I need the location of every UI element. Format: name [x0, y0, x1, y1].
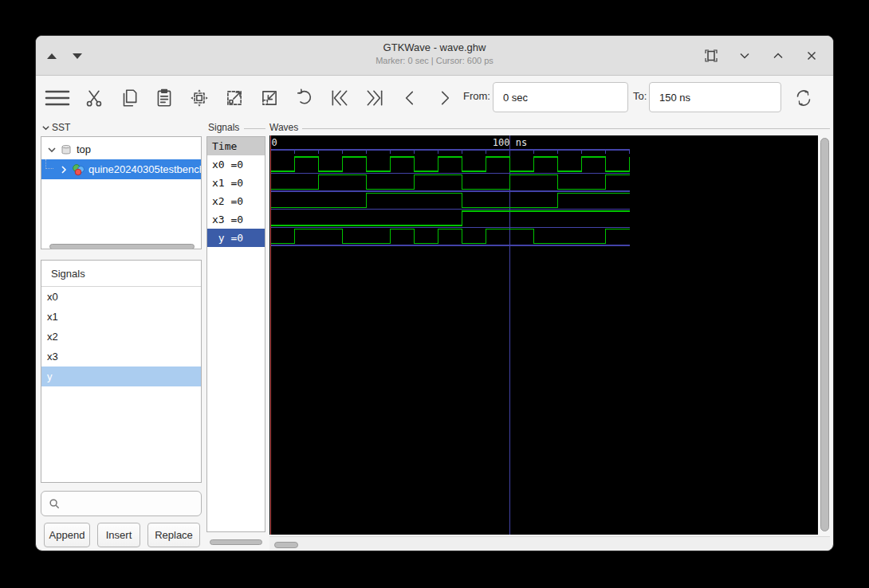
- fullscreen-button[interactable]: [702, 47, 720, 65]
- titlebar[interactable]: GTKWave - wave.ghw Marker: 0 sec | Curso…: [36, 36, 833, 76]
- hamburger-icon: [44, 88, 71, 108]
- waves-hscrollbar[interactable]: [274, 542, 298, 548]
- waveform-x2: [271, 193, 630, 207]
- undo-button[interactable]: [293, 87, 316, 109]
- copy-icon: [119, 88, 140, 108]
- chevron-right-icon: [434, 88, 455, 108]
- chevron-left-icon: [399, 88, 420, 108]
- ruler-label-0: 0: [272, 137, 277, 148]
- tree-label-testbench: quine20240305testbench: [88, 163, 201, 175]
- zoom-in-full-button[interactable]: [258, 87, 281, 109]
- waves-vscrollbar[interactable]: [820, 138, 829, 531]
- sst-frame-label: SST: [41, 122, 70, 133]
- waves-frame-label: Waves: [269, 122, 298, 133]
- minimize-button[interactable]: [736, 47, 753, 65]
- chevron-up-icon: [771, 49, 785, 63]
- signal-value-row[interactable]: x3 =0: [207, 210, 265, 229]
- values-frame-line: [244, 128, 265, 129]
- scope-cylinder-icon: [60, 143, 73, 156]
- signal-value-row[interactable]: y =0: [207, 229, 265, 247]
- tree-row-testbench[interactable]: quine20240305testbench: [41, 159, 201, 179]
- signal-list-item-x1[interactable]: x1: [41, 307, 201, 327]
- waveform-x3: [271, 211, 630, 225]
- signal-values-panel[interactable]: Time x0 =0x1 =0x2 =0x3 =0 y =0: [206, 136, 265, 532]
- waveform-x0: [271, 157, 630, 171]
- zoom-fit-icon: [189, 88, 210, 108]
- zoom-out-arrow-icon: [224, 88, 245, 108]
- toolbar: From: To:: [36, 76, 833, 119]
- signal-value-row[interactable]: x1 =0: [207, 174, 265, 192]
- search-input[interactable]: [41, 491, 202, 516]
- insert-button[interactable]: Insert: [97, 523, 140, 547]
- undo-icon: [294, 88, 315, 108]
- waves-frame-line: [302, 128, 830, 129]
- wave-canvas[interactable]: 0100 ns: [269, 135, 818, 535]
- expander-open-icon[interactable]: [46, 144, 57, 155]
- signal-list-item-x3[interactable]: x3: [41, 347, 201, 367]
- signal-value-rows: x0 =0x1 =0x2 =0x3 =0 y =0: [207, 155, 265, 247]
- menu-button[interactable]: [43, 87, 72, 109]
- expander-closed-icon[interactable]: [58, 164, 69, 175]
- module-icon: [72, 163, 85, 176]
- skip-to-start-icon: [329, 88, 350, 108]
- signal-list: x0x1x2x3y: [41, 287, 201, 386]
- signal-value-row[interactable]: x2 =0: [207, 192, 265, 210]
- signal-list-header: Signals: [41, 261, 201, 287]
- sst-tree-panel[interactable]: top quine20240305testbench: [41, 136, 202, 249]
- signal-value-row[interactable]: x0 =0: [207, 155, 265, 174]
- chevron-down-icon: [737, 49, 752, 63]
- to-label: To:: [633, 90, 647, 102]
- sst-expander-icon[interactable]: [41, 123, 50, 132]
- move-left-button[interactable]: [399, 87, 421, 109]
- time-header: Time: [207, 137, 265, 155]
- zoom-fit-button[interactable]: [188, 87, 210, 109]
- signal-list-item-x0[interactable]: x0: [41, 287, 201, 307]
- from-label: From:: [463, 90, 490, 102]
- paste-button[interactable]: [153, 87, 175, 109]
- move-right-button[interactable]: [434, 87, 456, 109]
- reload-icon: [793, 88, 814, 108]
- append-button[interactable]: Append: [44, 523, 90, 547]
- ruler-label-100: 100 ns: [493, 137, 527, 148]
- zoom-out-full-button[interactable]: [223, 87, 246, 109]
- skip-to-end-icon: [364, 88, 385, 108]
- tree-row-top[interactable]: top: [41, 139, 201, 159]
- copy-button[interactable]: [118, 87, 140, 109]
- go-to-end-button[interactable]: [364, 87, 386, 109]
- waves-hscrollbar-track: [269, 536, 830, 551]
- sst-hscrollbar[interactable]: [49, 244, 195, 249]
- search-icon: [49, 498, 61, 510]
- paste-icon: [154, 88, 175, 108]
- values-frame-label: Signals: [208, 122, 239, 133]
- signal-list-item-x2[interactable]: x2: [41, 327, 201, 347]
- maximize-button[interactable]: [769, 47, 787, 65]
- values-hscrollbar[interactable]: [210, 539, 262, 545]
- from-input[interactable]: [493, 82, 628, 112]
- signal-list-item-y[interactable]: y: [41, 367, 201, 386]
- waveform-y: [271, 229, 630, 243]
- tree-connector: [45, 159, 53, 169]
- close-button[interactable]: [803, 47, 820, 65]
- close-icon: [804, 49, 819, 63]
- signal-search-panel[interactable]: Signals x0x1x2x3y: [41, 260, 202, 483]
- main-content: SST top: [36, 119, 833, 551]
- waveform-plot: 0100 ns: [269, 135, 818, 535]
- cut-button[interactable]: [83, 87, 105, 109]
- tree-label-top: top: [77, 143, 91, 155]
- reload-button[interactable]: [792, 87, 815, 109]
- scissors-icon: [84, 88, 104, 108]
- gtkwave-window: GTKWave - wave.ghw Marker: 0 sec | Curso…: [35, 35, 834, 551]
- waveform-x1: [271, 175, 630, 190]
- replace-button[interactable]: Replace: [147, 523, 200, 547]
- zoom-in-arrow-icon: [259, 88, 280, 108]
- waves-vscrollbar-track: [820, 135, 831, 535]
- to-input[interactable]: [649, 82, 781, 112]
- go-to-start-button[interactable]: [328, 87, 351, 109]
- fullscreen-icon: [704, 49, 718, 63]
